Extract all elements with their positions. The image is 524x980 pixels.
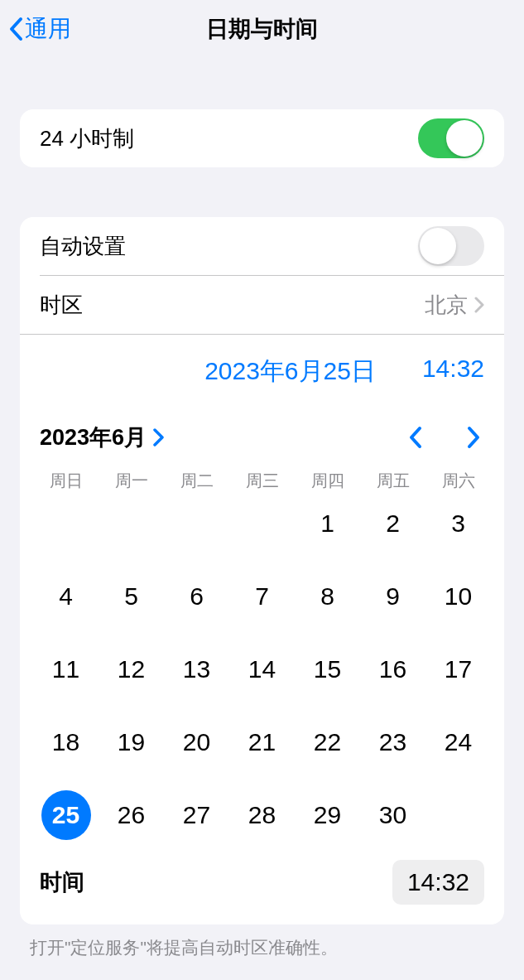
calendar-day[interactable]: 16 bbox=[360, 644, 425, 694]
navigation-bar: 通用 日期与时间 bbox=[0, 0, 524, 58]
weekday-label: 周三 bbox=[229, 470, 295, 492]
calendar-day[interactable]: 6 bbox=[164, 572, 229, 621]
time-picker-button[interactable]: 14:32 bbox=[392, 860, 484, 905]
timezone-label: 时区 bbox=[40, 291, 83, 320]
calendar-grid: 1234567891011121314151617181920212223242… bbox=[20, 495, 504, 853]
calendar-day[interactable]: 13 bbox=[164, 644, 229, 694]
selected-date-button[interactable]: 2023年6月25日 bbox=[204, 355, 376, 389]
auto-set-toggle[interactable] bbox=[418, 226, 484, 266]
calendar-day[interactable]: 15 bbox=[295, 644, 360, 694]
hour24-toggle[interactable] bbox=[418, 118, 484, 158]
time-label: 时间 bbox=[40, 867, 84, 897]
calendar-day[interactable]: 25 bbox=[33, 790, 99, 840]
chevron-right-icon bbox=[474, 297, 484, 313]
calendar-day[interactable]: 3 bbox=[425, 499, 491, 548]
calendar-day[interactable]: 12 bbox=[99, 644, 164, 694]
calendar-day[interactable]: 4 bbox=[33, 572, 99, 621]
calendar-day[interactable]: 14 bbox=[229, 644, 295, 694]
weekday-label: 周二 bbox=[164, 470, 229, 492]
settings-group-1: 24 小时制 bbox=[20, 109, 504, 167]
chevron-left-icon bbox=[8, 17, 23, 41]
weekday-label: 周四 bbox=[295, 470, 360, 492]
month-nav-arrows bbox=[405, 422, 484, 453]
time-row: 时间 14:32 bbox=[20, 853, 504, 924]
prev-month-button[interactable] bbox=[405, 422, 426, 453]
timezone-value: 北京 bbox=[425, 291, 468, 320]
toggle-knob bbox=[420, 228, 456, 264]
calendar-day[interactable]: 24 bbox=[425, 717, 491, 767]
calendar-day[interactable]: 7 bbox=[229, 572, 295, 621]
calendar-empty-cell bbox=[99, 499, 164, 548]
calendar-day[interactable]: 9 bbox=[360, 572, 425, 621]
calendar-day[interactable]: 29 bbox=[295, 790, 360, 840]
auto-set-label: 自动设置 bbox=[40, 232, 126, 261]
timezone-value-wrap: 北京 bbox=[425, 291, 484, 320]
month-title-label: 2023年6月 bbox=[40, 422, 147, 452]
calendar-day[interactable]: 21 bbox=[229, 717, 295, 767]
calendar-day[interactable]: 10 bbox=[425, 572, 491, 621]
calendar-day[interactable]: 22 bbox=[295, 717, 360, 767]
timezone-row[interactable]: 时区 北京 bbox=[20, 276, 504, 334]
selected-date-time-row: 2023年6月25日 14:32 bbox=[20, 335, 504, 402]
calendar-day[interactable]: 2 bbox=[360, 499, 425, 548]
month-picker-button[interactable]: 2023年6月 bbox=[40, 422, 164, 452]
calendar-day[interactable]: 23 bbox=[360, 717, 425, 767]
settings-group-2: 自动设置 时区 北京 2023年6月25日 14:32 2023年6月 bbox=[20, 217, 504, 924]
calendar-day[interactable]: 28 bbox=[229, 790, 295, 840]
next-month-button[interactable] bbox=[463, 422, 484, 453]
page-title: 日期与时间 bbox=[206, 14, 318, 44]
hour24-row: 24 小时制 bbox=[20, 109, 504, 167]
footer-note: 打开"定位服务"将提高自动时区准确性。 bbox=[0, 924, 524, 959]
chevron-right-icon bbox=[153, 428, 164, 447]
calendar-day[interactable]: 1 bbox=[295, 499, 360, 548]
calendar-day[interactable]: 27 bbox=[164, 790, 229, 840]
calendar-day[interactable]: 17 bbox=[425, 644, 491, 694]
calendar-day[interactable]: 19 bbox=[99, 717, 164, 767]
weekday-header: 周日周一周二周三周四周五周六 bbox=[20, 460, 504, 495]
calendar-empty-cell bbox=[33, 499, 99, 548]
back-label: 通用 bbox=[25, 13, 71, 45]
calendar-day[interactable]: 30 bbox=[360, 790, 425, 840]
back-button[interactable]: 通用 bbox=[0, 13, 71, 45]
weekday-label: 周五 bbox=[360, 470, 425, 492]
calendar-day[interactable]: 8 bbox=[295, 572, 360, 621]
hour24-label: 24 小时制 bbox=[40, 124, 134, 153]
calendar-empty-cell bbox=[164, 499, 229, 548]
calendar-day[interactable]: 20 bbox=[164, 717, 229, 767]
auto-set-row: 自动设置 bbox=[20, 217, 504, 275]
calendar-day[interactable]: 26 bbox=[99, 790, 164, 840]
calendar-day[interactable]: 5 bbox=[99, 572, 164, 621]
toggle-knob bbox=[446, 120, 483, 157]
weekday-label: 周六 bbox=[425, 470, 491, 492]
calendar-day[interactable]: 11 bbox=[33, 644, 99, 694]
month-nav: 2023年6月 bbox=[20, 402, 504, 460]
selected-time-button[interactable]: 14:32 bbox=[422, 355, 484, 389]
weekday-label: 周日 bbox=[33, 470, 99, 492]
weekday-label: 周一 bbox=[99, 470, 164, 492]
calendar-day[interactable]: 18 bbox=[33, 717, 99, 767]
calendar-empty-cell bbox=[229, 499, 295, 548]
